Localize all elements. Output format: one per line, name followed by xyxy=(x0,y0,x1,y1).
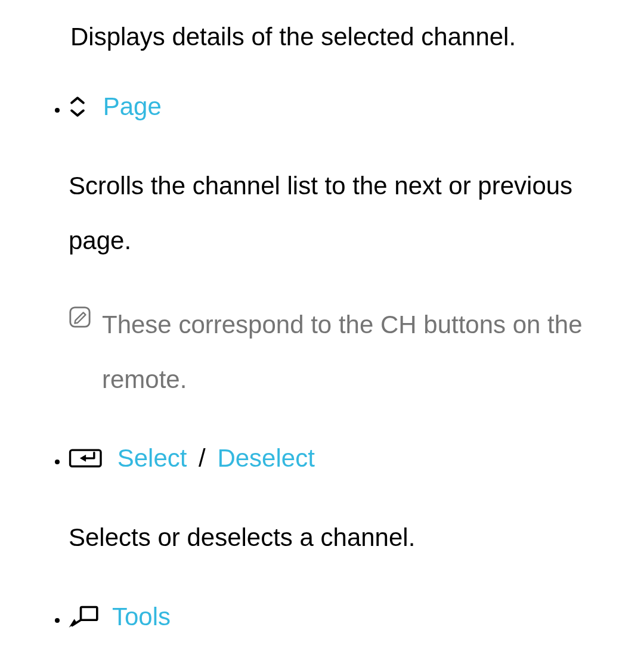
enter-icon xyxy=(69,446,104,469)
document-page: Displays details of the selected channel… xyxy=(0,0,644,658)
intro-text: Displays details of the selected channel… xyxy=(70,18,626,55)
item-note: These correspond to the CH buttons on th… xyxy=(69,297,626,408)
item-note-text: These correspond to the CH buttons on th… xyxy=(102,297,626,408)
item-list: Page Scrolls the channel list to the nex… xyxy=(18,89,626,658)
item-label: Page xyxy=(103,92,162,120)
item-label-alt: Deselect xyxy=(217,444,314,472)
list-item-page: Page Scrolls the channel list to the nex… xyxy=(69,89,626,407)
item-description: Scrolls the channel list to the next or … xyxy=(69,159,626,269)
list-item-tools: Tools Displays the option menu. xyxy=(69,599,626,658)
svg-rect-3 xyxy=(81,607,97,620)
page-up-down-icon xyxy=(69,96,90,117)
svg-marker-2 xyxy=(80,455,86,462)
svg-rect-0 xyxy=(70,308,89,327)
item-label: Tools xyxy=(112,603,171,631)
list-item-select: Select / Deselect Selects or deselects a… xyxy=(69,440,626,565)
tools-icon xyxy=(69,604,100,628)
label-separator: / xyxy=(199,444,206,472)
note-icon xyxy=(69,306,91,328)
item-label: Select xyxy=(117,444,187,472)
item-description: Selects or deselects a channel. xyxy=(69,510,626,565)
